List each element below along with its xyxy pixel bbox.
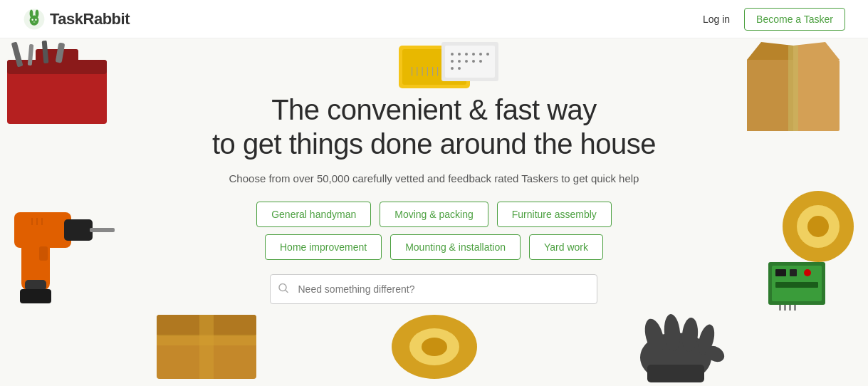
svg-rect-65 [157,335,256,345]
logo-text: TaskRabbit [50,10,130,28]
service-buttons: General handyman Moving & packing Furnit… [256,202,612,260]
deco-box [726,38,868,145]
svg-point-67 [409,328,459,365]
svg-rect-19 [445,46,495,78]
svg-point-73 [696,323,718,357]
svg-rect-59 [784,305,786,311]
svg-point-32 [458,67,461,70]
deco-tape-bottom [377,308,491,386]
svg-point-29 [472,60,475,63]
svg-point-30 [479,60,482,63]
svg-rect-38 [788,46,798,131]
svg-point-68 [422,338,447,356]
svg-rect-18 [441,42,498,81]
search-container [270,274,597,304]
search-icon [278,283,288,295]
svg-rect-10 [11,42,23,68]
hero-section: ||||||| [0,38,868,386]
svg-point-69 [640,333,711,382]
svg-point-74 [703,343,727,365]
svg-rect-11 [28,44,34,66]
svg-rect-39 [14,212,71,248]
svg-point-3 [36,9,39,17]
service-row-1: General handyman Moving & packing Furnit… [256,202,612,227]
hero-subtitle: Choose from over 50,000 carefully vetted… [229,172,639,184]
svg-rect-33 [747,60,840,131]
svg-rect-9 [36,49,78,63]
svg-rect-53 [772,266,822,301]
login-button[interactable]: Log in [703,14,730,25]
deco-gloves [633,308,761,386]
svg-point-28 [465,60,468,63]
nav-actions: Log in Become a Tasker [703,8,845,31]
svg-marker-36 [747,42,793,60]
svg-rect-15 [402,49,466,85]
svg-rect-64 [199,315,214,379]
svg-rect-35 [747,60,793,131]
service-btn-furniture-assembly[interactable]: Furniture assembly [497,202,612,227]
deco-package [142,301,271,386]
svg-point-27 [458,60,461,63]
svg-point-31 [451,67,454,70]
svg-rect-52 [768,262,825,305]
svg-rect-12 [42,41,49,63]
svg-point-26 [451,60,454,63]
search-input[interactable] [270,274,597,304]
hero-content: The convenient & fast way to get things … [212,93,656,304]
svg-rect-54 [775,269,786,276]
svg-point-22 [465,53,468,56]
svg-text:|||||||: ||||||| [409,66,446,76]
svg-rect-75 [647,365,704,382]
deco-toolbox [0,38,142,145]
svg-rect-63 [157,315,256,336]
svg-point-2 [30,9,33,17]
deco-tape-circuit [754,169,868,312]
svg-rect-62 [157,315,256,379]
become-tasker-button[interactable]: Become a Tasker [744,8,845,31]
svg-rect-41 [90,228,115,232]
svg-point-20 [451,53,454,56]
service-btn-mounting-installation[interactable]: Mounting & installation [390,234,521,260]
svg-point-49 [783,191,854,262]
service-btn-moving-packing[interactable]: Moving & packing [380,202,488,227]
svg-rect-43 [25,280,46,291]
service-btn-home-improvement[interactable]: Home improvement [265,234,382,260]
taskrabbit-logo-icon [23,8,46,31]
svg-rect-16 [463,56,477,78]
svg-point-72 [681,317,699,353]
deco-drill [0,169,121,312]
svg-point-21 [458,53,461,56]
svg-point-5 [35,19,36,20]
navbar: TaskRabbit Log in Become a Tasker [0,0,868,38]
svg-point-56 [804,269,811,276]
logo[interactable]: TaskRabbit [23,8,130,31]
service-btn-general-handyman[interactable]: General handyman [256,202,371,227]
svg-rect-44 [20,289,51,303]
svg-rect-7 [7,60,107,124]
svg-rect-40 [64,219,93,241]
svg-point-50 [797,205,840,248]
svg-point-23 [472,53,475,56]
svg-rect-13 [56,43,66,63]
svg-rect-42 [21,241,50,291]
hero-title: The convenient & fast way to get things … [212,93,656,161]
svg-rect-8 [7,60,107,74]
svg-point-51 [807,216,829,237]
svg-point-25 [486,53,489,56]
svg-rect-48 [39,246,48,261]
svg-rect-57 [775,282,818,288]
svg-marker-37 [793,42,840,60]
svg-rect-14 [399,46,470,88]
svg-rect-58 [779,305,781,311]
svg-rect-60 [789,305,791,311]
svg-point-6 [33,21,35,23]
svg-point-4 [31,19,33,20]
svg-point-71 [663,313,681,352]
svg-point-24 [479,53,482,56]
svg-rect-61 [794,305,796,311]
svg-point-66 [392,315,477,379]
svg-line-77 [286,290,288,292]
service-btn-yard-work[interactable]: Yard work [529,234,603,260]
svg-point-70 [642,317,667,356]
service-row-2: Home improvement Mounting & installation… [265,234,603,260]
